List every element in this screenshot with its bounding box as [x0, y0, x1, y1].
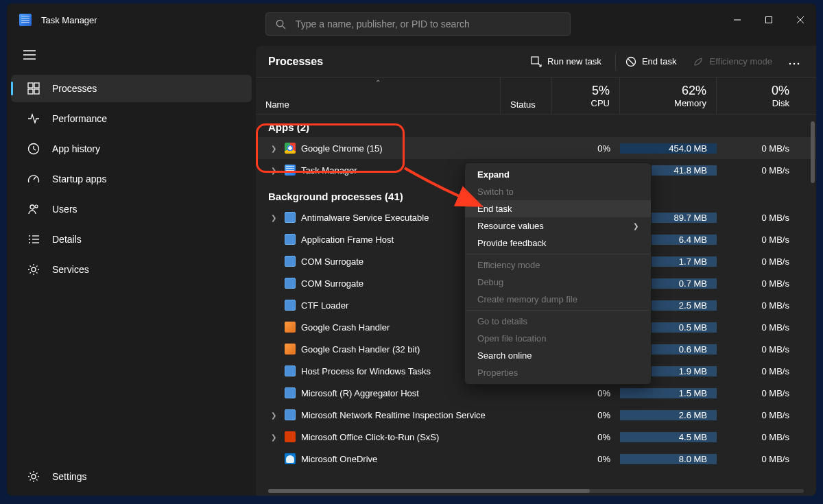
horizontal-scrollbar-thumb[interactable] [268, 489, 590, 493]
app-title: Task Manager [41, 15, 97, 25]
scrollbar-thumb[interactable] [811, 121, 815, 183]
column-header-cpu[interactable]: 5% CPU [552, 77, 620, 114]
process-name: Host Process for Windows Tasks [301, 366, 431, 376]
sidebar-item-performance[interactable]: Performance [11, 105, 252, 132]
sidebar-item-label: Users [52, 204, 77, 215]
end-task-button[interactable]: End task [615, 52, 684, 71]
minimize-button[interactable] [721, 3, 753, 36]
svg-rect-25 [532, 57, 538, 64]
search-icon [276, 19, 286, 29]
run-new-task-button[interactable]: Run new task [524, 52, 608, 71]
vertical-scrollbar[interactable] [809, 115, 816, 496]
sidebar-item-details[interactable]: Details [11, 226, 252, 253]
disk-value: 0 MB/s [717, 388, 799, 398]
expand-chevron-icon[interactable]: ❯ [271, 214, 279, 221]
body-area: Processes Performance App history Startu… [7, 36, 816, 496]
expand-chevron-icon[interactable]: ❯ [271, 145, 279, 152]
list-icon [27, 233, 40, 245]
process-name: Task Manager [301, 165, 357, 176]
horizontal-scrollbar[interactable] [268, 489, 804, 493]
more-button[interactable] [782, 51, 807, 72]
svg-point-24 [32, 475, 36, 479]
context-menu-item[interactable]: Expand [465, 166, 651, 183]
context-menu-item: Create memory dump file [465, 291, 651, 308]
column-header-memory[interactable]: 62% Memory [620, 77, 717, 114]
sidebar-item-label: Settings [52, 471, 87, 482]
sidebar-item-services[interactable]: Services [11, 256, 252, 283]
table-row[interactable]: ❯Microsoft Network Realtime Inspection S… [256, 404, 816, 426]
table-row[interactable]: ❯Microsoft Office Click-to-Run (SxS)0%4.… [256, 426, 816, 448]
svg-rect-1 [766, 17, 772, 23]
group-header-apps[interactable]: Apps (2) [256, 115, 816, 137]
sidebar-item-processes[interactable]: Processes [11, 75, 252, 102]
maximize-button[interactable] [753, 3, 785, 36]
column-header-status[interactable]: Status [501, 77, 552, 114]
expand-chevron-icon[interactable]: ❯ [271, 433, 279, 441]
disk-value: 0 MB/s [717, 235, 799, 245]
svg-line-26 [538, 63, 541, 67]
memory-value: 2.6 MB [620, 410, 717, 420]
context-menu-separator [466, 310, 649, 311]
cpu-value: 0% [552, 410, 620, 420]
svg-point-15 [30, 205, 34, 209]
disk-value: 0 MB/s [717, 256, 799, 267]
context-menu-item: Open file location [465, 330, 651, 347]
context-menu-item[interactable]: Resource values❯ [465, 217, 651, 235]
sidebar-spacer [7, 285, 256, 461]
search-input[interactable] [296, 19, 560, 29]
process-icon [285, 278, 296, 289]
column-header-disk[interactable]: 0% Disk [717, 77, 799, 114]
sidebar-item-users[interactable]: Users [11, 195, 252, 223]
app-icon [19, 14, 32, 26]
process-icon [285, 322, 296, 333]
window-controls [721, 3, 816, 36]
disk-value: 0 MB/s [717, 410, 799, 420]
table-row[interactable]: ❯Google Chrome (15)0%454.0 MB0 MB/s [256, 137, 816, 159]
svg-point-4 [276, 20, 283, 26]
context-menu-separator [466, 254, 649, 254]
column-header-name[interactable]: ⌃ Name [256, 77, 501, 114]
svg-line-14 [34, 177, 36, 180]
svg-point-31 [789, 62, 791, 64]
context-menu-item[interactable]: Search online [465, 347, 651, 364]
disk-value: 0 MB/s [717, 366, 799, 376]
sidebar-item-label: Startup apps [52, 173, 106, 184]
process-icon [285, 165, 296, 176]
sidebar: Processes Performance App history Startu… [7, 36, 256, 496]
disk-value: 0 MB/s [717, 300, 799, 311]
table-row[interactable]: Microsoft OneDrive0%8.0 MB0 MB/s [256, 448, 816, 470]
close-button[interactable] [785, 3, 816, 36]
disk-value: 0 MB/s [717, 165, 799, 176]
context-menu-item[interactable]: End task [465, 200, 651, 217]
expand-chevron-icon[interactable]: ❯ [271, 411, 279, 419]
process-icon [285, 453, 296, 464]
context-menu-item: Debug [465, 274, 651, 291]
disk-value: 0 MB/s [717, 278, 799, 289]
page-title: Processes [268, 56, 323, 68]
svg-point-33 [798, 62, 800, 64]
process-icon [285, 212, 296, 223]
expand-chevron-icon[interactable]: ❯ [271, 167, 279, 174]
disk-value: 0 MB/s [717, 143, 799, 154]
table-row[interactable]: Microsoft (R) Aggregator Host0%1.5 MB0 M… [256, 382, 816, 404]
process-name: Antimalware Service Executable [301, 213, 429, 223]
header-actions: Run new task End task Efficiency mode [524, 51, 807, 72]
sidebar-item-settings[interactable]: Settings [11, 463, 252, 490]
process-icon [285, 300, 296, 311]
process-name: Microsoft OneDrive [301, 454, 377, 464]
search-box[interactable] [265, 12, 571, 36]
svg-point-21 [29, 242, 30, 243]
disk-value: 0 MB/s [717, 344, 799, 355]
sidebar-item-label: Processes [52, 83, 97, 94]
svg-line-30 [628, 59, 634, 64]
sort-chevron-icon: ⌃ [375, 79, 381, 86]
context-menu: ExpandSwitch toEnd taskResource values❯P… [464, 163, 652, 385]
efficiency-mode-button[interactable]: Efficiency mode [686, 52, 779, 71]
process-icon [285, 256, 296, 267]
hamburger-button[interactable] [7, 50, 256, 73]
context-menu-item[interactable]: Provide feedback [465, 235, 651, 252]
sidebar-item-startup-apps[interactable]: Startup apps [11, 165, 252, 193]
sidebar-item-label: Services [52, 264, 89, 275]
sidebar-item-app-history[interactable]: App history [11, 135, 252, 163]
svg-rect-9 [28, 83, 33, 88]
